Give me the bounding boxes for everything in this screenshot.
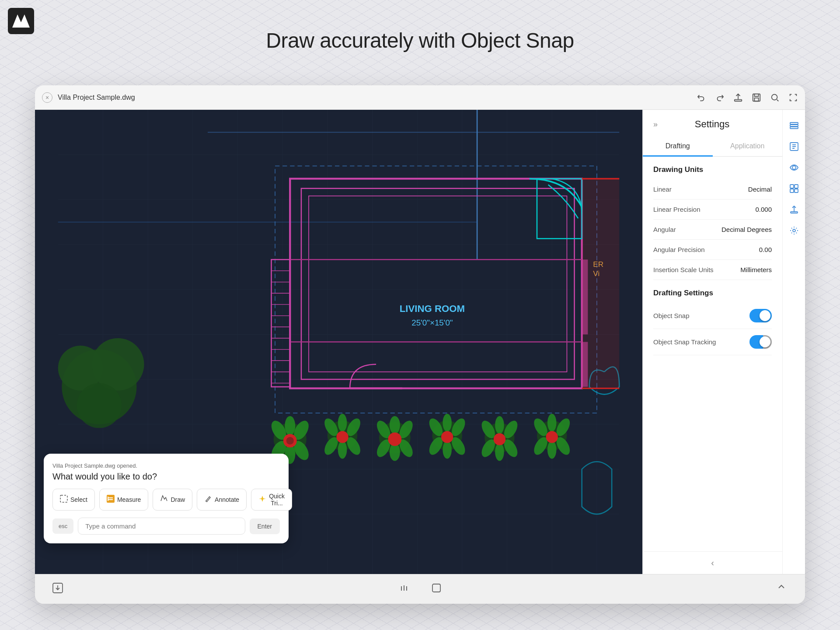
- tab-drafting[interactable]: Drafting: [643, 137, 713, 157]
- svg-rect-113: [108, 497, 113, 498]
- upload-button[interactable]: [733, 93, 743, 102]
- close-button[interactable]: ×: [42, 92, 52, 103]
- svg-rect-116: [790, 125, 798, 126]
- svg-rect-115: [790, 122, 798, 124]
- svg-rect-109: [582, 178, 620, 388]
- svg-point-119: [792, 166, 796, 169]
- sidebar-icon-blocks[interactable]: [785, 180, 803, 197]
- svg-rect-122: [790, 189, 794, 192]
- setting-row-linear: Linear Decimal: [653, 179, 772, 200]
- tab-application[interactable]: Application: [713, 137, 783, 157]
- undo-button[interactable]: [697, 93, 706, 102]
- app-logo: [8, 8, 34, 34]
- svg-point-100: [547, 414, 557, 432]
- toolbar-actions: [697, 93, 798, 102]
- insertion-scale-value[interactable]: Millimeters: [740, 266, 772, 273]
- drawing-units-title: Drawing Units: [653, 157, 772, 179]
- window-title: Villa Project Sample.dwg: [58, 94, 697, 102]
- svg-point-69: [338, 441, 347, 458]
- quick-trim-button[interactable]: Quick Tri...: [251, 489, 292, 511]
- svg-rect-120: [790, 185, 794, 188]
- settings-back-button[interactable]: ‹: [643, 551, 782, 574]
- sidebar-icon-export[interactable]: [785, 201, 803, 218]
- measure-button[interactable]: Measure: [99, 489, 148, 511]
- svg-point-105: [92, 338, 144, 391]
- svg-point-78: [388, 433, 401, 446]
- sidebar-icon-settings[interactable]: [785, 222, 803, 239]
- linear-precision-value[interactable]: 0.000: [755, 206, 772, 213]
- select-button[interactable]: Select: [52, 489, 95, 511]
- sidebar-icon-view[interactable]: [785, 159, 803, 176]
- svg-rect-114: [108, 499, 113, 500]
- svg-text:25'0"×15'0": 25'0"×15'0": [411, 318, 453, 327]
- angular-label: Angular: [653, 226, 676, 233]
- svg-point-93: [495, 443, 504, 461]
- svg-rect-130: [432, 584, 440, 592]
- page-title: Draw accurately with Object Snap: [266, 28, 574, 52]
- svg-rect-0: [735, 99, 742, 101]
- svg-point-2: [772, 94, 777, 100]
- object-snap-label: Object Snap: [653, 312, 690, 319]
- svg-rect-117: [790, 127, 798, 129]
- multiline-button[interactable]: [394, 578, 414, 600]
- settings-tabs: Drafting Application: [643, 137, 782, 157]
- redo-button[interactable]: [715, 93, 725, 102]
- toggle-knob-2: [760, 336, 770, 347]
- settings-collapse-button[interactable]: »: [653, 120, 658, 129]
- fullscreen-button[interactable]: [788, 93, 798, 102]
- save-button[interactable]: [752, 93, 761, 102]
- svg-point-125: [793, 229, 795, 232]
- sidebar-icon-layers[interactable]: [785, 117, 803, 134]
- back-icon: ‹: [711, 558, 714, 568]
- search-button[interactable]: [770, 93, 780, 102]
- setting-row-angular-precision: Angular Precision 0.00: [653, 240, 772, 260]
- collapse-button[interactable]: [773, 578, 792, 600]
- command-prompt: Villa Project Sample.dwg opened. What wo…: [44, 454, 289, 543]
- angular-precision-value[interactable]: 0.00: [759, 246, 772, 253]
- angular-value[interactable]: Decimal Degrees: [721, 226, 772, 233]
- svg-text:LIVING ROOM: LIVING ROOM: [400, 303, 465, 314]
- save-to-device-button[interactable]: [48, 578, 67, 600]
- logo-icon: [12, 14, 30, 28]
- svg-point-101: [547, 441, 557, 458]
- settings-content: Drawing Units Linear Decimal Linear Prec…: [643, 157, 782, 551]
- settings-title: Settings: [663, 119, 772, 130]
- draw-icon: [160, 495, 168, 504]
- svg-point-94: [494, 433, 505, 445]
- annotate-button[interactable]: Annotate: [197, 489, 247, 511]
- command-buttons-row: Select Measure: [52, 489, 280, 511]
- linear-value[interactable]: Decimal: [748, 186, 772, 193]
- svg-rect-123: [795, 189, 798, 192]
- home-button[interactable]: [427, 578, 446, 600]
- quick-trim-icon: [258, 495, 266, 504]
- draw-button[interactable]: Draw: [153, 489, 192, 511]
- settings-panel: » Settings Drafting Application Drawing …: [642, 110, 782, 574]
- svg-point-70: [336, 431, 348, 443]
- esc-button[interactable]: esc: [52, 518, 73, 534]
- insertion-scale-label: Insertion Scale Units: [653, 266, 714, 273]
- file-status-text: Villa Project Sample.dwg opened.: [52, 462, 280, 469]
- svg-point-62: [286, 437, 294, 444]
- command-question: What would you like to do?: [52, 472, 280, 482]
- angular-precision-label: Angular Precision: [653, 246, 705, 253]
- sidebar-icon-properties[interactable]: [785, 138, 803, 155]
- svg-point-68: [338, 414, 347, 432]
- toggle-knob: [760, 310, 770, 321]
- svg-point-102: [546, 431, 558, 443]
- svg-point-86: [441, 431, 453, 443]
- setting-row-object-snap-tracking: Object Snap Tracking: [653, 329, 772, 355]
- drawing-area[interactable]: LIVING ROOM 25'0"×15'0" ER Vi: [35, 110, 642, 574]
- setting-row-insertion-scale: Insertion Scale Units Millimeters: [653, 260, 772, 280]
- command-input-row: esc Enter: [52, 518, 280, 535]
- select-icon: [60, 495, 68, 504]
- object-snap-tracking-toggle[interactable]: [749, 335, 772, 349]
- enter-button[interactable]: Enter: [250, 518, 280, 534]
- object-snap-toggle[interactable]: [749, 309, 772, 322]
- setting-row-angular: Angular Decimal Degrees: [653, 220, 772, 240]
- linear-label: Linear: [653, 186, 672, 193]
- center-toolbar-buttons: [394, 578, 446, 600]
- bottom-toolbar: [35, 574, 805, 604]
- command-input[interactable]: [78, 518, 245, 535]
- annotate-icon: [204, 495, 212, 504]
- svg-rect-121: [795, 185, 798, 188]
